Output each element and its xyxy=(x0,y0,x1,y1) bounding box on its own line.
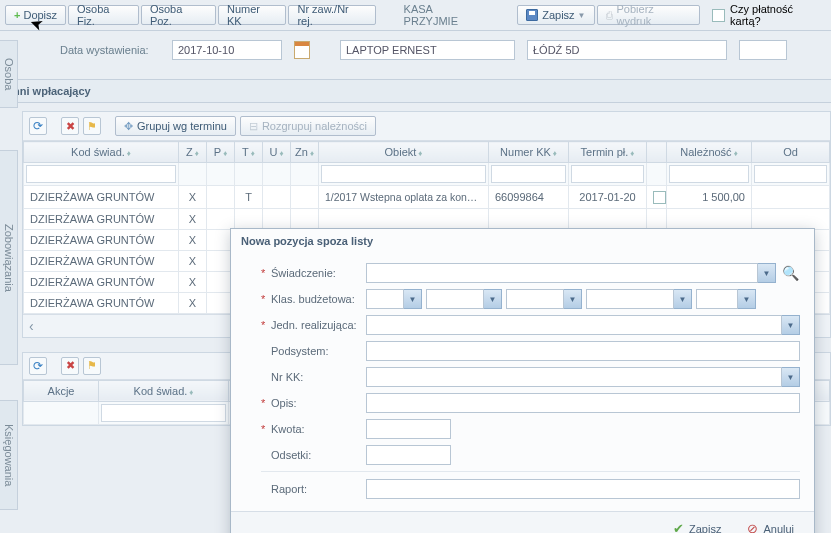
flag-icon: ⚑ xyxy=(87,120,97,133)
modal-zapisz-button[interactable]: ✔Zapisz xyxy=(667,519,727,533)
input-podsystem[interactable] xyxy=(366,341,800,361)
chevron-down-icon[interactable]: ▼ xyxy=(404,289,422,309)
filter-termin[interactable] xyxy=(571,165,644,183)
input-nrkk[interactable] xyxy=(366,367,782,387)
checkbox-icon[interactable] xyxy=(712,9,725,22)
lower-flag-button[interactable]: ⚑ xyxy=(83,357,101,375)
lbl-nrkk: Nr KK: xyxy=(271,371,366,383)
col-p[interactable]: P♦ xyxy=(207,142,235,163)
laptop-input[interactable] xyxy=(340,40,515,60)
chevron-down-icon[interactable]: ▼ xyxy=(758,263,776,283)
col-numer-kk[interactable]: Numer KK♦ xyxy=(489,142,569,163)
data-wystawienia-input[interactable] xyxy=(172,40,282,60)
col-kod2[interactable]: Kod świad.♦ xyxy=(99,380,229,401)
col-termin[interactable]: Termin pł.♦ xyxy=(569,142,647,163)
flag-button[interactable]: ⚑ xyxy=(83,117,101,135)
chevron-down-icon[interactable]: ▼ xyxy=(674,289,692,309)
main-toolbar: +Dopisz Osoba Fiz. Osoba Poz. Numer KK N… xyxy=(0,0,831,31)
pobierz-button[interactable]: ⎙Pobierz wydruk xyxy=(597,5,701,25)
filter-obiekt[interactable] xyxy=(321,165,486,183)
cancel-icon: ⊘ xyxy=(747,521,758,533)
col-naleznosc[interactable]: Należność♦ xyxy=(667,142,752,163)
col-od[interactable]: Od xyxy=(752,142,830,163)
filter-od[interactable] xyxy=(754,165,827,183)
dopisz-button[interactable]: +Dopisz xyxy=(5,5,66,25)
refresh-icon: ⟳ xyxy=(33,119,43,133)
chevron-down-icon[interactable]: ▼ xyxy=(782,367,800,387)
rozgrupuj-button[interactable]: ⊟Rozgrupuj należności xyxy=(240,116,376,136)
col-z[interactable]: Z♦ xyxy=(179,142,207,163)
modal-footer: ✔Zapisz ⊘Anuluj xyxy=(231,511,814,533)
col-akcje[interactable]: Akcje xyxy=(24,380,99,401)
osoba-fiz-button[interactable]: Osoba Fiz. xyxy=(68,5,139,25)
lower-refresh-button[interactable]: ⟳ xyxy=(29,357,47,375)
print-icon: ⎙ xyxy=(606,9,613,21)
filter-kk[interactable] xyxy=(491,165,566,183)
search-icon[interactable]: 🔍 xyxy=(780,263,800,283)
disk-icon xyxy=(526,9,538,21)
col-obiekt[interactable]: Obiekt♦ xyxy=(319,142,489,163)
lbl-podsystem: Podsystem: xyxy=(271,345,366,357)
move-icon: ✥ xyxy=(124,120,133,133)
chevron-down-icon[interactable]: ▼ xyxy=(564,289,582,309)
side-tab-osoba[interactable]: Osoba xyxy=(0,40,18,108)
input-klas2[interactable] xyxy=(426,289,484,309)
last-input[interactable] xyxy=(739,40,787,60)
scroll-left-icon[interactable]: ‹ xyxy=(29,318,34,334)
chevron-down-icon[interactable]: ▼ xyxy=(484,289,502,309)
side-tab-ksiegowania[interactable]: Księgowania xyxy=(0,400,18,510)
lbl-opis: Opis: xyxy=(271,397,366,409)
lower-filter-kod[interactable] xyxy=(101,404,226,422)
col-u[interactable]: U♦ xyxy=(263,142,291,163)
czy-karta-check[interactable]: Czy płatność kartą? xyxy=(712,3,826,27)
input-opis[interactable] xyxy=(366,393,800,413)
chevron-down-icon[interactable]: ▼ xyxy=(738,289,756,309)
nr-zaw-button[interactable]: Nr zaw./Nr rej. xyxy=(288,5,375,25)
input-kwota[interactable] xyxy=(366,419,451,439)
col-zn[interactable]: Zn♦ xyxy=(291,142,319,163)
lbl-raport: Raport: xyxy=(271,483,366,495)
calendar-icon[interactable] xyxy=(294,41,310,59)
flag-icon: ⚑ xyxy=(87,359,97,372)
data-wystawienia-label: Data wystawienia: xyxy=(60,44,160,56)
input-raport[interactable] xyxy=(366,479,800,499)
x-icon: ✖ xyxy=(66,359,75,372)
filter-kod[interactable] xyxy=(26,165,176,183)
delete-button[interactable]: ✖ xyxy=(61,117,79,135)
chevron-down-icon[interactable]: ▼ xyxy=(782,315,800,335)
input-klas3[interactable] xyxy=(506,289,564,309)
col-check[interactable] xyxy=(647,142,667,163)
lbl-swiadczenie: Świadczenie: xyxy=(271,267,366,279)
zapisz-button[interactable]: Zapisz▼ xyxy=(517,5,594,25)
filter-nalez[interactable] xyxy=(669,165,749,183)
input-klas5[interactable] xyxy=(696,289,738,309)
col-kod[interactable]: Kod świad.♦ xyxy=(24,142,179,163)
modal-title: Nowa pozycja spoza listy xyxy=(231,229,814,253)
numer-kk-button[interactable]: Numer KK xyxy=(218,5,286,25)
lodz-input[interactable] xyxy=(527,40,727,60)
modal-anuluj-button[interactable]: ⊘Anuluj xyxy=(741,519,800,533)
section-inni: Inni wpłacający xyxy=(0,79,831,103)
osoba-poz-button[interactable]: Osoba Poz. xyxy=(141,5,216,25)
input-swiadczenie[interactable] xyxy=(366,263,758,283)
input-odsetki[interactable] xyxy=(366,445,451,465)
table-row[interactable]: DZIERŻAWA GRUNTÓWX xyxy=(24,208,830,229)
table-row[interactable]: DZIERŻAWA GRUNTÓWXT1/2017 Wstepna oplata… xyxy=(24,186,830,209)
plus-icon: + xyxy=(14,9,20,21)
ungroup-icon: ⊟ xyxy=(249,120,258,133)
lbl-klas: Klas. budżetowa: xyxy=(271,293,366,305)
lbl-odsetki: Odsetki: xyxy=(271,449,366,461)
grupuj-button[interactable]: ✥Grupuj wg terminu xyxy=(115,116,236,136)
header-form: Data wystawienia: xyxy=(0,31,831,69)
lbl-kwota: Kwota: xyxy=(271,423,366,435)
refresh-button[interactable]: ⟳ xyxy=(29,117,47,135)
col-t[interactable]: T♦ xyxy=(235,142,263,163)
input-klas4[interactable] xyxy=(586,289,674,309)
czy-karta-label: Czy płatność kartą? xyxy=(730,3,826,27)
input-jedn[interactable] xyxy=(366,315,782,335)
x-icon: ✖ xyxy=(66,120,75,133)
lower-delete-button[interactable]: ✖ xyxy=(61,357,79,375)
check-icon: ✔ xyxy=(673,521,684,533)
side-tab-zobowiazania[interactable]: Zobowiązania xyxy=(0,150,18,365)
input-klas1[interactable] xyxy=(366,289,404,309)
